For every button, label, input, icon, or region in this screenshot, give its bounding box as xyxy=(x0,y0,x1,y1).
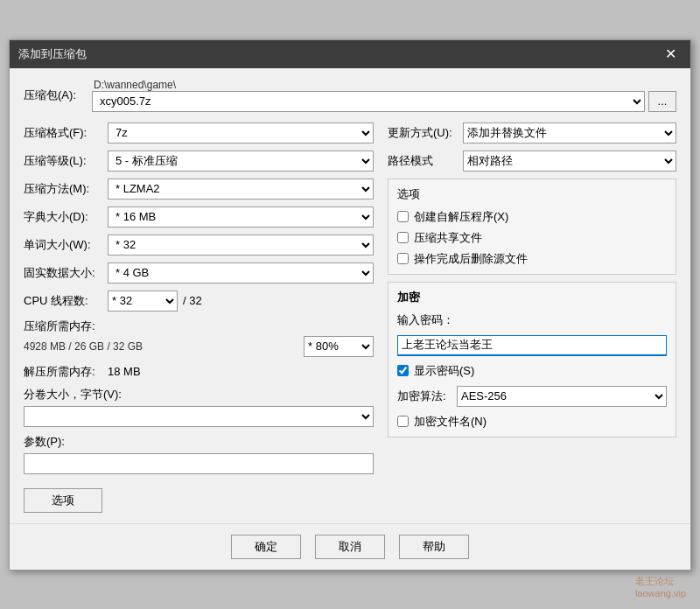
cancel-button[interactable]: 取消 xyxy=(315,535,385,559)
encrypt-group: 加密 输入密码： 显示密码(S) 加密算法: AES-256 xyxy=(388,282,676,438)
enc-filename-row[interactable]: 加密文件名(N) xyxy=(397,414,667,430)
cpu-label: CPU 线程数: xyxy=(24,293,102,309)
vol-label: 分卷大小，字节(V): xyxy=(24,387,374,402)
path-select[interactable]: 相对路径 完整路径 不保存路径 xyxy=(463,150,676,172)
mem-sub: 4928 MB / 26 GB / 32 GB xyxy=(24,340,298,353)
cpu-select[interactable]: * 32 1 16 xyxy=(108,290,178,312)
opt1-row[interactable]: 创建自解压程序(X) xyxy=(397,209,667,225)
archive-input-wrap: D:\wanned\game\ xcy005.7z ... xyxy=(92,79,676,112)
params-row: 参数(P): xyxy=(24,434,374,474)
word-row: 单词大小(W): * 32 16 64 xyxy=(24,234,374,256)
dialog-title: 添加到压缩包 xyxy=(18,46,87,62)
mem-row: 压缩所需内存: xyxy=(24,318,374,334)
encrypt-title: 加密 xyxy=(397,290,667,305)
watermark-subtext: laowang.vip xyxy=(635,588,686,598)
archive-select-wrap: xcy005.7z ... xyxy=(92,91,676,112)
options-button[interactable]: 选项 xyxy=(24,488,102,513)
update-row: 更新方式(U): 添加并替换文件 更新并添加文件 同步压缩包内容 xyxy=(388,122,676,144)
cpu-row: CPU 线程数: * 32 1 16 / 32 xyxy=(24,290,374,312)
level-select[interactable]: 5 - 标准压缩 仅存储 9 - 极限压缩 xyxy=(108,150,374,172)
decomp-label: 解压所需内存: xyxy=(24,364,102,380)
method-label: 压缩方法(M): xyxy=(24,181,102,197)
decomp-value: 18 MB xyxy=(108,365,141,378)
show-pwd-label: 显示密码(S) xyxy=(414,363,474,379)
algo-select[interactable]: AES-256 xyxy=(457,386,667,407)
solid-label: 固实数据大小: xyxy=(24,265,102,281)
opt2-row[interactable]: 压缩共享文件 xyxy=(397,230,667,246)
format-select[interactable]: 7z zip tar xyxy=(108,122,374,144)
format-row: 压缩格式(F): 7z zip tar xyxy=(24,122,374,144)
params-input[interactable] xyxy=(24,453,374,474)
dialog-body: 压缩包(A): D:\wanned\game\ xcy005.7z ... 压缩… xyxy=(10,68,690,523)
mem-select[interactable]: * 80% 25% 100% xyxy=(304,336,374,357)
right-column: 更新方式(U): 添加并替换文件 更新并添加文件 同步压缩包内容 路径模式 相对… xyxy=(388,122,676,513)
decomp-row: 解压所需内存: 18 MB xyxy=(24,364,374,380)
dict-row: 字典大小(D): * 16 MB 4 MB 64 MB xyxy=(24,206,374,228)
watermark-text: 老王论坛 xyxy=(635,576,674,586)
pwd-label: 输入密码： xyxy=(397,312,667,328)
params-label: 参数(P): xyxy=(24,434,374,450)
opt3-row[interactable]: 操作完成后删除源文件 xyxy=(397,251,667,267)
opt3-label: 操作完成后删除源文件 xyxy=(414,251,528,267)
solid-row: 固实数据大小: * 4 GB 1 GB 8 GB xyxy=(24,262,374,284)
show-pwd-checkbox[interactable] xyxy=(397,365,409,376)
options-group: 选项 创建自解压程序(X) 压缩共享文件 操作完成后删除源文件 xyxy=(388,178,676,275)
left-column: 压缩格式(F): 7z zip tar 压缩等级(L): 5 - 标准压缩 仅存… xyxy=(24,122,374,513)
help-button[interactable]: 帮助 xyxy=(399,535,469,559)
path-row: 路径模式 相对路径 完整路径 不保存路径 xyxy=(388,150,676,172)
mem-label: 压缩所需内存: xyxy=(24,318,102,334)
level-label: 压缩等级(L): xyxy=(24,153,102,169)
mem-group: 压缩所需内存: 4928 MB / 26 GB / 32 GB * 80% 25… xyxy=(24,318,374,357)
level-row: 压缩等级(L): 5 - 标准压缩 仅存储 9 - 极限压缩 xyxy=(24,150,374,172)
dict-label: 字典大小(D): xyxy=(24,209,102,225)
archive-row: 压缩包(A): D:\wanned\game\ xcy005.7z ... xyxy=(24,79,676,112)
method-row: 压缩方法(M): * LZMA2 LZMA BZip2 xyxy=(24,178,374,200)
add-to-archive-dialog: 添加到压缩包 ✕ 压缩包(A): D:\wanned\game\ xcy005.… xyxy=(9,39,691,570)
archive-label: 压缩包(A): xyxy=(24,88,85,103)
solid-select[interactable]: * 4 GB 1 GB 8 GB xyxy=(108,262,374,284)
opt1-checkbox[interactable] xyxy=(397,211,409,222)
opt2-label: 压缩共享文件 xyxy=(414,230,482,246)
dict-select[interactable]: * 16 MB 4 MB 64 MB xyxy=(108,206,374,228)
watermark: 老王论坛 laowang.vip xyxy=(635,575,686,598)
path-label: 路径模式 xyxy=(388,153,458,169)
dialog-footer: 确定 取消 帮助 xyxy=(10,523,690,570)
word-select[interactable]: * 32 16 64 xyxy=(108,234,374,256)
vol-row: 分卷大小，字节(V): xyxy=(24,387,374,427)
mem-sub-row: 4928 MB / 26 GB / 32 GB * 80% 25% 100% xyxy=(24,336,374,357)
close-button[interactable]: ✕ xyxy=(660,46,682,63)
enc-filename-checkbox[interactable] xyxy=(397,416,409,427)
options-group-title: 选项 xyxy=(397,186,667,202)
ok-button[interactable]: 确定 xyxy=(231,535,301,559)
algo-row: 加密算法: AES-256 xyxy=(397,386,667,407)
options-btn-row: 选项 xyxy=(24,488,374,513)
cpu-of: / 32 xyxy=(183,294,202,307)
opt1-label: 创建自解压程序(X) xyxy=(414,209,508,225)
update-select[interactable]: 添加并替换文件 更新并添加文件 同步压缩包内容 xyxy=(463,122,676,144)
archive-filename-select[interactable]: xcy005.7z xyxy=(92,91,645,112)
title-bar: 添加到压缩包 ✕ xyxy=(10,40,690,68)
word-label: 单词大小(W): xyxy=(24,237,102,253)
pwd-input[interactable] xyxy=(397,335,667,356)
format-label: 压缩格式(F): xyxy=(24,125,102,141)
show-pwd-row[interactable]: 显示密码(S) xyxy=(397,363,667,379)
update-label: 更新方式(U): xyxy=(388,125,458,141)
method-select[interactable]: * LZMA2 LZMA BZip2 xyxy=(108,178,374,200)
algo-label: 加密算法: xyxy=(397,388,450,404)
opt3-checkbox[interactable] xyxy=(397,253,409,264)
main-columns: 压缩格式(F): 7z zip tar 压缩等级(L): 5 - 标准压缩 仅存… xyxy=(24,122,676,513)
opt2-checkbox[interactable] xyxy=(397,232,409,243)
browse-button[interactable]: ... xyxy=(648,91,676,112)
vol-select[interactable] xyxy=(24,406,374,427)
archive-path: D:\wanned\game\ xyxy=(92,79,676,91)
enc-filename-label: 加密文件名(N) xyxy=(414,414,486,430)
